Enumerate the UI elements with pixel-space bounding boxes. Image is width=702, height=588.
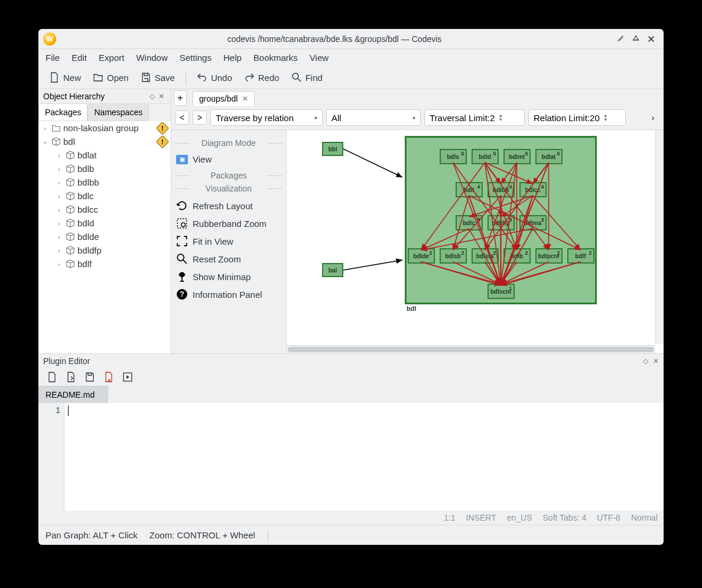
menu-view[interactable]: View bbox=[310, 53, 329, 63]
status-locale: en_US bbox=[507, 513, 532, 522]
tab-packages[interactable]: Packages bbox=[38, 104, 87, 121]
tab-namespaces[interactable]: Namespaces bbox=[87, 104, 149, 121]
node-bdlscm[interactable]: bdlscm1 bbox=[488, 284, 515, 299]
close-plugin-icon[interactable]: ✕ bbox=[653, 357, 659, 365]
tree-item-bdl[interactable]: ⌄bdl! bbox=[38, 135, 171, 148]
status-tabs: Soft Tabs: 4 bbox=[543, 513, 587, 522]
menu-edit[interactable]: Edit bbox=[72, 53, 87, 63]
code-editor[interactable]: 1 bbox=[38, 403, 664, 511]
relation-limit-spin[interactable]: Relation Limit: 20▲▼ bbox=[528, 109, 626, 126]
node-bdlat[interactable]: bdlat5 bbox=[535, 149, 563, 164]
maximize-button[interactable] bbox=[628, 31, 644, 47]
search-icon bbox=[291, 72, 302, 83]
node-bdls[interactable]: bdls5 bbox=[440, 149, 467, 164]
filter-combo[interactable]: All▾ bbox=[326, 109, 421, 126]
rubberband-zoom-item[interactable]: Rubberband Zoom bbox=[175, 215, 282, 232]
tree-item-non-lakosian-group[interactable]: ›non-lakosian group! bbox=[38, 121, 171, 135]
add-tab-button[interactable]: + bbox=[174, 90, 187, 106]
status-encoding: UTF-8 bbox=[597, 513, 620, 522]
menu-file[interactable]: File bbox=[46, 53, 60, 63]
new-button[interactable]: New bbox=[44, 70, 86, 85]
show-minimap-item[interactable]: Show Minimap bbox=[175, 268, 282, 285]
node-bdlpcre[interactable]: bdlpcre2 bbox=[535, 248, 563, 264]
node-bdlma[interactable]: bdlma3 bbox=[519, 215, 547, 230]
tree-item-bdld[interactable]: ›bdld bbox=[38, 216, 171, 230]
tree-item-bdlf[interactable]: ›bdlf bbox=[38, 257, 171, 271]
fit-in-view-item[interactable]: Fit in View bbox=[175, 232, 282, 250]
vertical-scrollbar[interactable] bbox=[655, 130, 664, 344]
float-plugin-icon[interactable]: ◇ bbox=[643, 357, 648, 365]
close-panel-icon[interactable]: ✕ bbox=[157, 92, 166, 101]
svg-line-7 bbox=[343, 260, 402, 270]
menu-settings[interactable]: Settings bbox=[180, 53, 212, 63]
node-bdlc[interactable]: bdlc3 bbox=[456, 215, 483, 230]
node-bdlsb[interactable]: bdlsb2 bbox=[440, 248, 467, 264]
delete-script-icon[interactable] bbox=[103, 372, 114, 382]
tools-sidebar: Diagram Mode ▣View Packages Visualizatio… bbox=[171, 130, 287, 353]
node-bdlbb[interactable]: bdlbb4 bbox=[488, 182, 515, 197]
spin-arrows-icon[interactable]: ▲▼ bbox=[498, 113, 503, 122]
node-bal[interactable]: bal bbox=[322, 263, 343, 277]
tree-item-bdlbb[interactable]: ›bdlbb bbox=[38, 176, 171, 189]
menu-window[interactable]: Window bbox=[136, 53, 167, 63]
tree-item-bdlat[interactable]: ›bdlat bbox=[38, 148, 171, 162]
menu-export[interactable]: Export bbox=[99, 53, 124, 63]
open-folder-icon bbox=[93, 72, 103, 83]
plugin-tab-readme[interactable]: README.md bbox=[38, 386, 108, 403]
open-script-icon[interactable] bbox=[66, 372, 76, 382]
run-script-icon[interactable] bbox=[122, 372, 133, 382]
undo-button[interactable]: Undo bbox=[192, 70, 237, 85]
tree-item-bdlcc[interactable]: ›bdlcc bbox=[38, 203, 171, 216]
node-bdlde[interactable]: bdlde2 bbox=[408, 248, 435, 264]
node-bdlb[interactable]: bdlb2 bbox=[503, 248, 531, 264]
tree-item-bdlc[interactable]: ›bdlc bbox=[38, 189, 171, 203]
node-bdldfp[interactable]: bdldfp3 bbox=[488, 215, 515, 230]
node-bdlf[interactable]: bdlf2 bbox=[567, 248, 594, 264]
close-button[interactable] bbox=[644, 31, 659, 47]
package-tree[interactable]: ›non-lakosian group!⌄bdl!›bdlat›bdlb›bdl… bbox=[38, 121, 171, 353]
save-icon bbox=[141, 72, 151, 83]
find-button[interactable]: Find bbox=[287, 70, 327, 85]
node-bdlcc[interactable]: bdlcc4 bbox=[519, 182, 547, 197]
node-bdlsta[interactable]: bdlsta2 bbox=[472, 248, 499, 264]
toolbar-separator bbox=[186, 70, 186, 85]
traverse-combo[interactable]: Traverse by relation▾ bbox=[210, 109, 323, 126]
overflow-right-icon[interactable]: › bbox=[646, 111, 660, 125]
traversal-limit-spin[interactable]: Traversal Limit: 2▲▼ bbox=[424, 109, 525, 126]
rubberband-icon bbox=[176, 217, 188, 229]
node-bdld[interactable]: bdld5 bbox=[472, 149, 499, 164]
minimize-button[interactable] bbox=[613, 31, 628, 47]
menu-help[interactable]: Help bbox=[223, 53, 242, 63]
nav-forward-button[interactable]: > bbox=[193, 111, 207, 125]
status-zoom-hint: Zoom: CONTROL + Wheel bbox=[150, 530, 255, 540]
node-bbl[interactable]: bbl bbox=[322, 142, 343, 156]
diagram-controls: < > Traverse by relation▾ All▾ Traversal… bbox=[171, 106, 664, 130]
float-panel-icon[interactable]: ◇ bbox=[147, 92, 157, 101]
diagram-canvas[interactable]: bdlbblbalbdls5bdld5bdlmt5bdlat5bdlt4bdlb… bbox=[287, 130, 664, 353]
tree-item-bdlde[interactable]: ›bdlde bbox=[38, 230, 171, 243]
view-mode-item[interactable]: ▣View bbox=[175, 151, 282, 167]
save-script-icon[interactable] bbox=[84, 372, 95, 382]
main-toolbar: New Open Save Undo Redo Find bbox=[38, 66, 664, 89]
spin-arrows-icon[interactable]: ▲▼ bbox=[603, 113, 608, 122]
node-bdlt[interactable]: bdlt4 bbox=[456, 182, 483, 197]
chevron-down-icon: ▾ bbox=[310, 115, 317, 121]
tab-groups-bdl[interactable]: groups/bdl ✕ bbox=[193, 91, 255, 106]
editor-body[interactable] bbox=[64, 403, 664, 511]
tree-item-bdldfp[interactable]: ›bdldfp bbox=[38, 243, 171, 257]
close-tab-icon[interactable]: ✕ bbox=[242, 95, 248, 103]
menu-bookmarks[interactable]: Bookmarks bbox=[254, 53, 298, 63]
save-button[interactable]: Save bbox=[136, 70, 180, 85]
reset-zoom-item[interactable]: Reset Zoom bbox=[175, 250, 282, 268]
open-button[interactable]: Open bbox=[88, 70, 134, 85]
refresh-layout-item[interactable]: Refresh Layout bbox=[175, 197, 282, 215]
horizontal-scrollbar[interactable] bbox=[287, 345, 655, 353]
new-script-icon[interactable] bbox=[47, 372, 57, 382]
node-bdlmt[interactable]: bdlmt5 bbox=[503, 149, 531, 164]
svg-text:?: ? bbox=[180, 290, 184, 298]
info-panel-item[interactable]: ?Information Panel bbox=[175, 285, 282, 303]
tree-item-bdlb[interactable]: ›bdlb bbox=[38, 162, 171, 176]
nav-back-button[interactable]: < bbox=[175, 111, 189, 125]
line-gutter: 1 bbox=[38, 403, 64, 511]
redo-button[interactable]: Redo bbox=[239, 70, 284, 85]
